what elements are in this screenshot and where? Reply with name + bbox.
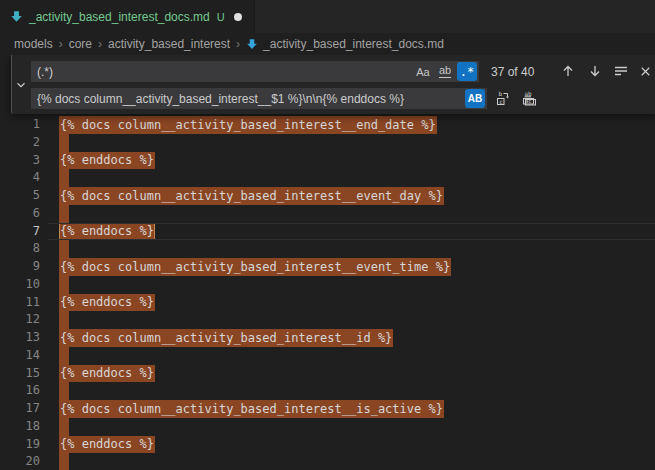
vscode-window: _activity_based_interest_docs.md U model… <box>0 0 655 470</box>
line-text <box>60 240 69 258</box>
match-highlight: {% docs column__activity_based_interest_… <box>59 329 393 347</box>
selection-lines-icon <box>613 63 629 79</box>
line-text: {% docs column__activity_based_interest_… <box>60 258 451 276</box>
editor-line[interactable]: 20 <box>0 453 655 470</box>
match-highlight: {% enddocs %} <box>59 365 155 383</box>
close-find-widget-button[interactable] <box>634 60 655 82</box>
search-input[interactable]: (.*) Aa ab .* <box>31 61 479 82</box>
regex-toggle[interactable]: .* <box>457 62 477 81</box>
editor-line[interactable]: 1{% docs column__activity_based_interest… <box>0 116 655 134</box>
tab-filename: _activity_based_interest_docs.md <box>29 10 210 24</box>
line-text <box>60 169 69 187</box>
line-text <box>60 453 69 470</box>
next-match-button[interactable] <box>584 60 606 82</box>
editor-line[interactable]: 8 <box>0 240 655 258</box>
line-number: 15 <box>0 365 40 383</box>
empty-line-match-highlight <box>59 453 69 470</box>
line-text <box>60 311 69 329</box>
current-match-highlight: {% enddocs %} <box>59 223 155 241</box>
line-text: {% docs column__activity_based_interest_… <box>60 187 444 205</box>
line-number: 8 <box>0 240 40 258</box>
editor-line[interactable]: 16 <box>0 382 655 400</box>
line-text: {% docs column__activity_based_interest_… <box>60 329 393 347</box>
match-highlight: {% docs column__activity_based_interest_… <box>59 400 444 418</box>
line-number: 18 <box>0 418 40 436</box>
line-number: 3 <box>0 152 40 170</box>
breadcrumb-item-core[interactable]: core <box>69 37 92 51</box>
line-text: {% enddocs %} <box>60 223 155 241</box>
replace-icon: b c <box>496 90 512 106</box>
line-number: 7 <box>0 223 40 241</box>
find-replace-widget: (.*) Aa ab .* 37 of 40 <box>11 55 655 114</box>
line-text: {% docs column__activity_based_interest_… <box>60 116 437 134</box>
breadcrumb-separator: › <box>236 37 240 51</box>
replace-all-button[interactable]: ab ac <box>519 87 541 109</box>
replace-input[interactable]: {% docs column__activity_based_interest_… <box>31 88 487 109</box>
editor-line[interactable]: 19{% enddocs %} <box>0 436 655 454</box>
dbt-file-icon <box>246 38 258 50</box>
line-number: 13 <box>0 329 40 347</box>
breadcrumb-item-folder[interactable]: activity_based_interest <box>108 37 230 51</box>
editor-line[interactable]: 13{% docs column__activity_based_interes… <box>0 329 655 347</box>
previous-match-button[interactable] <box>557 60 579 82</box>
editor-line[interactable]: 15{% enddocs %} <box>0 365 655 383</box>
empty-line-match-highlight <box>59 169 69 187</box>
svg-text:ab: ab <box>525 90 533 97</box>
dirty-indicator-dot[interactable] <box>234 13 242 21</box>
editor-lines: 1{% docs column__activity_based_interest… <box>0 116 655 470</box>
tab-bar: _activity_based_interest_docs.md U <box>0 0 655 33</box>
breadcrumb-item-file[interactable]: _activity_based_interest_docs.md <box>246 37 444 51</box>
breadcrumb-item-models[interactable]: models <box>14 37 53 51</box>
line-number: 11 <box>0 294 40 312</box>
editor-line[interactable]: 3{% enddocs %} <box>0 152 655 170</box>
empty-line-match-highlight <box>59 382 69 400</box>
search-input-value: (.*) <box>37 65 53 79</box>
preserve-case-toggle[interactable]: AB <box>465 89 485 108</box>
line-text <box>60 134 69 152</box>
replace-button[interactable]: b c <box>493 87 515 109</box>
empty-line-match-highlight <box>59 276 69 294</box>
editor-line[interactable]: 6 <box>0 205 655 223</box>
editor-line[interactable]: 14 <box>0 347 655 365</box>
line-number: 6 <box>0 205 40 223</box>
svg-text:ac: ac <box>525 98 532 104</box>
line-number: 2 <box>0 134 40 152</box>
match-highlight: {% enddocs %} <box>59 152 155 170</box>
editor-line[interactable]: 7{% enddocs %} <box>0 223 655 241</box>
find-in-selection-button[interactable] <box>610 60 632 82</box>
empty-line-match-highlight <box>59 134 69 152</box>
editor-line[interactable]: 10 <box>0 276 655 294</box>
line-text: {% enddocs %} <box>60 365 155 383</box>
editor-tab[interactable]: _activity_based_interest_docs.md U <box>0 0 255 33</box>
editor-line[interactable]: 18 <box>0 418 655 436</box>
replace-options: AB <box>465 88 485 109</box>
line-text: {% enddocs %} <box>60 294 155 312</box>
match-case-toggle[interactable]: Aa <box>413 62 433 81</box>
editor-line[interactable]: 5{% docs column__activity_based_interest… <box>0 187 655 205</box>
line-number: 16 <box>0 382 40 400</box>
close-icon <box>638 64 653 79</box>
editor-line[interactable]: 2 <box>0 134 655 152</box>
editor-line[interactable]: 17{% docs column__activity_based_interes… <box>0 400 655 418</box>
line-number: 20 <box>0 453 40 470</box>
line-number: 12 <box>0 311 40 329</box>
editor-line[interactable]: 9{% docs column__activity_based_interest… <box>0 258 655 276</box>
line-text <box>60 205 69 223</box>
editor-line[interactable]: 4 <box>0 169 655 187</box>
match-highlight: {% enddocs %} <box>59 294 155 312</box>
line-number: 10 <box>0 276 40 294</box>
empty-line-match-highlight <box>59 347 69 365</box>
editor-line[interactable]: 11{% enddocs %} <box>0 294 655 312</box>
whole-word-toggle[interactable]: ab <box>435 62 455 81</box>
line-text <box>60 382 69 400</box>
line-number: 9 <box>0 258 40 276</box>
toggle-replace-button[interactable] <box>12 55 30 114</box>
empty-line-match-highlight <box>59 205 69 223</box>
line-text: {% enddocs %} <box>60 436 155 454</box>
editor-line[interactable]: 12 <box>0 311 655 329</box>
line-number: 5 <box>0 187 40 205</box>
replace-input-value: {% docs column__activity_based_interest_… <box>37 92 404 106</box>
match-highlight: {% enddocs %} <box>59 436 155 454</box>
replace-all-icon: ab ac <box>522 90 538 106</box>
editor-pane[interactable]: 1{% docs column__activity_based_interest… <box>0 55 655 470</box>
